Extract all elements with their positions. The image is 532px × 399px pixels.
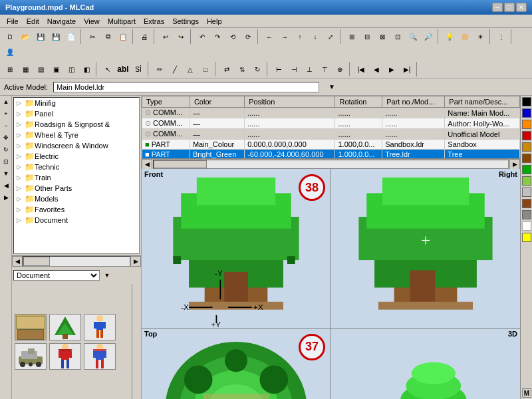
tb2-flip[interactable]: ⇄ (219, 62, 234, 76)
col-color[interactable]: Color (190, 96, 244, 108)
col-position[interactable]: Position (245, 96, 335, 108)
table-row[interactable]: ■ PART Main_Colour 0.000,0.000,0.000 1.0… (142, 140, 520, 150)
color-lgray[interactable] (522, 188, 531, 197)
color-green[interactable] (522, 165, 531, 174)
tree-item-wheel[interactable]: ▷ 📁 Wheel & Tyre (14, 130, 139, 140)
tb-copy[interactable]: ⧉ (100, 29, 115, 44)
tb2-rect[interactable]: □ (198, 62, 213, 76)
hscroll-thumb[interactable] (23, 257, 50, 266)
maximize-button[interactable]: □ (504, 3, 515, 12)
tb2-flip2[interactable]: ⇅ (235, 62, 249, 76)
color-brown[interactable] (522, 199, 531, 208)
tree-item-windscreen[interactable]: ▷ 📁 Windscreen & Window (14, 140, 139, 151)
nav-down[interactable]: ▼ (0, 168, 12, 180)
tb-lamp3[interactable]: ☀ (473, 29, 487, 44)
menu-navigate[interactable]: Navigate (43, 16, 80, 27)
preview-item-1[interactable] (15, 314, 47, 340)
tb2-draw[interactable]: ✏ (152, 62, 167, 76)
tb2-4[interactable]: ▣ (49, 62, 63, 76)
preview-scroll[interactable] (132, 284, 141, 399)
tb-zoom-in[interactable]: 🔍 (406, 29, 420, 44)
tb2-5[interactable]: ◫ (64, 62, 78, 76)
tb-zoom-out[interactable]: 🔎 (421, 29, 436, 44)
nav-fit[interactable]: ⊡ (0, 156, 12, 168)
tb-move4[interactable]: ↓ (308, 29, 323, 44)
preview-item-minifig[interactable] (84, 314, 116, 340)
tb-print[interactable]: 🖨 (137, 29, 152, 44)
tb-paste[interactable]: 📋 (116, 29, 130, 44)
preview-item-vehicle[interactable] (15, 343, 47, 370)
color-brown2[interactable] (522, 154, 531, 163)
close-button[interactable]: ✕ (516, 3, 527, 12)
tb-move5[interactable]: ⤢ (323, 29, 338, 44)
col-rotation[interactable]: Rotation (335, 96, 382, 108)
tb-view2[interactable]: ⊟ (360, 29, 374, 44)
nav-zoom-in[interactable]: + (0, 108, 12, 120)
tb-rotate2[interactable]: ↷ (210, 29, 225, 44)
tb-move1[interactable]: ← (262, 29, 277, 44)
tb-view4[interactable]: ⊡ (390, 29, 405, 44)
tb-view3[interactable]: ⊠ (375, 29, 390, 44)
tb2-sig[interactable]: Sİ (131, 62, 146, 76)
dropdown-expand[interactable]: ▼ (100, 268, 114, 283)
col-type[interactable]: Type (142, 96, 190, 108)
tb2-cursor[interactable]: ↖ (100, 62, 115, 76)
tree-item-technic[interactable]: ▷ 📁 Technic (14, 162, 139, 172)
tb2-3[interactable]: ▤ (33, 62, 48, 76)
tb-undo[interactable]: ↩ (158, 29, 173, 44)
tb2-center[interactable]: ⊕ (332, 62, 347, 76)
tb-rotate3[interactable]: ⟲ (225, 29, 240, 44)
minimize-button[interactable]: ─ (492, 3, 503, 12)
color-orange[interactable] (522, 120, 531, 129)
tb-save2[interactable]: 💾 (49, 29, 63, 44)
color-white[interactable] (522, 221, 531, 231)
tb2-2[interactable]: ▦ (18, 62, 33, 76)
tree-view[interactable]: ▷ 📁 Minifig ▷ 📁 Panel ▷ 📁 Roadsign & Sig… (13, 97, 140, 254)
tb2-rot[interactable]: ↻ (250, 62, 265, 76)
tb2-step3[interactable]: ▶ (384, 62, 399, 76)
tb-user[interactable]: 👤 (3, 45, 17, 59)
tree-item-favorites[interactable]: ▷ 📁 Favorites (14, 204, 139, 215)
menu-file[interactable]: File (3, 16, 23, 27)
preview-item-hero1[interactable] (49, 343, 81, 370)
nav-pan[interactable]: ✥ (0, 132, 12, 144)
menu-help[interactable]: Help (203, 16, 226, 27)
tb-rotate4[interactable]: ⟳ (241, 29, 255, 44)
table-hscroll-left[interactable]: ◀ (142, 159, 152, 170)
preview-dropdown[interactable]: Document Models Favorites (13, 270, 100, 281)
preview-item-hero2[interactable] (84, 343, 116, 370)
menu-multipart[interactable]: Multipart (104, 16, 140, 27)
nav-rotate[interactable]: ↻ (0, 144, 12, 156)
table-hscroll-thumb[interactable] (154, 160, 207, 168)
color-m-button[interactable]: M (522, 388, 531, 398)
menu-edit[interactable]: Edit (23, 16, 43, 27)
color-black[interactable] (522, 97, 531, 106)
table-hscroll-track[interactable] (153, 160, 509, 169)
viewport-3d[interactable]: 3D (331, 329, 520, 399)
tree-item-models[interactable]: ▷ 📁 Models (14, 194, 139, 204)
tb2-6[interactable]: ◧ (79, 62, 94, 76)
color-gray[interactable] (522, 210, 531, 219)
tb2-align4[interactable]: ⊤ (317, 62, 332, 76)
col-partname[interactable]: Part name/Desc... (445, 96, 520, 108)
preview-item-tree-small[interactable] (49, 314, 81, 340)
tree-item-electric[interactable]: ▷ 📁 Electric (14, 151, 139, 162)
table-row-selected[interactable]: ■ PART Bright_Green -60.000,-24.000,60.0… (142, 150, 520, 159)
tree-item-panel[interactable]: ▷ 📁 Panel (14, 108, 139, 119)
hscroll-left[interactable]: ◀ (12, 256, 23, 267)
tree-item-minifig[interactable]: ▷ 📁 Minifig (14, 98, 139, 108)
color-lgreen[interactable] (522, 176, 531, 186)
nav-zoom-out[interactable]: − (0, 120, 12, 132)
col-partno[interactable]: Part no./Mod... (382, 96, 445, 108)
nav-up[interactable]: ▲ (0, 96, 12, 108)
tb-lamp[interactable]: 💡 (442, 29, 457, 44)
menu-settings[interactable]: Settings (168, 16, 203, 27)
tb2-1[interactable]: ⊞ (3, 62, 17, 76)
hscroll-right[interactable]: ▶ (130, 256, 141, 267)
tb2-text[interactable]: abl (116, 62, 130, 76)
color-blue[interactable] (522, 108, 531, 118)
menu-extras[interactable]: Extras (140, 16, 168, 27)
nav-right[interactable]: ▶ (0, 192, 12, 203)
viewport-right[interactable]: Right (331, 169, 520, 328)
tb2-tri[interactable]: △ (183, 62, 198, 76)
